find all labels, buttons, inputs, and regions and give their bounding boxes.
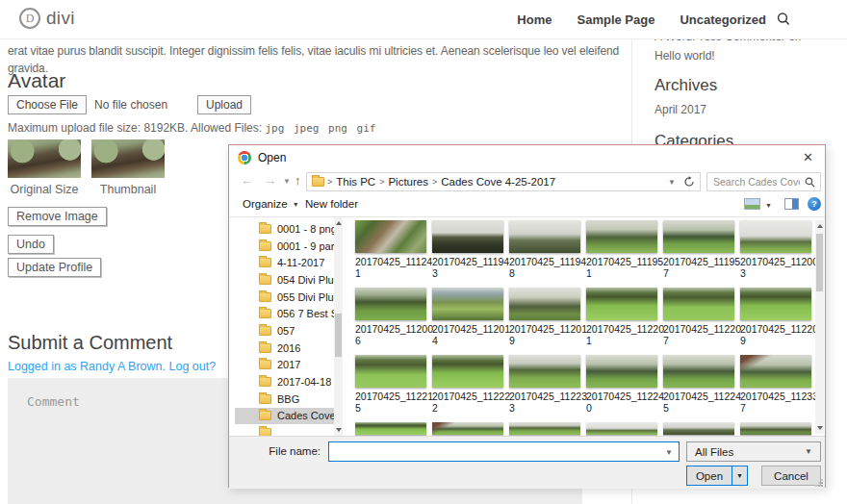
grid-scroll-up-icon[interactable]	[817, 224, 823, 228]
file-item[interactable]: 20170425_112240	[586, 355, 663, 411]
folder-item[interactable]: 057	[235, 322, 334, 340]
open-dialog: Open ✕ ← → ▼ ↑ >This PC>Pictures>Cades C…	[228, 144, 826, 488]
address-dropdown-chevron-icon[interactable]: ▼	[668, 178, 676, 187]
scroll-down-icon[interactable]	[336, 428, 342, 432]
file-item[interactable]: 20170425_112003	[740, 220, 817, 276]
refresh-icon[interactable]	[683, 176, 695, 188]
preview-pane-icon[interactable]	[784, 198, 799, 210]
update-profile-button[interactable]: Update Profile	[8, 258, 101, 277]
folder-label: 056 7 Best Scre	[277, 308, 334, 319]
user-profile-link[interactable]: Randy A Brown.	[80, 360, 166, 373]
tree-scrollbar[interactable]	[334, 217, 343, 436]
file-item[interactable]: 20170425_112019	[509, 288, 586, 343]
nav-link[interactable]: Uncategorized	[680, 13, 766, 27]
dialog-nav-bar: ← → ▼ ↑ >This PC>Pictures>Cades Cove 4-2…	[229, 170, 825, 193]
file-item[interactable]: 20170425_111957	[663, 220, 740, 276]
grid-scrollbar-thumb[interactable]	[816, 234, 823, 291]
folder-item[interactable]: Cades Cove 4-2	[235, 408, 334, 425]
file-item[interactable]: 20170425_112006	[355, 288, 432, 343]
breadcrumb-segment[interactable]: Cades Cove 4-25-2017	[438, 176, 558, 188]
breadcrumb-segment[interactable]: This PC	[333, 176, 378, 188]
file-item[interactable]: 20170425_112245	[663, 355, 740, 411]
archive-link-april-2017[interactable]: April 2017	[654, 103, 706, 116]
folder-item-partial[interactable]	[235, 424, 334, 436]
upload-button[interactable]: Upload	[197, 95, 251, 114]
scroll-up-icon[interactable]	[336, 221, 342, 225]
file-thumbnail-partial[interactable]	[740, 422, 811, 435]
folder-icon	[259, 360, 271, 369]
open-button-dropdown-icon[interactable]: ▼	[732, 466, 747, 485]
magnifier-icon[interactable]	[805, 177, 815, 188]
forward-arrow-icon[interactable]: →	[264, 173, 276, 188]
file-name-input[interactable]	[329, 442, 656, 461]
change-view-icon[interactable]	[744, 198, 760, 210]
choose-file-button[interactable]: Choose File	[8, 95, 87, 114]
site-logo[interactable]: D divi	[19, 8, 75, 29]
file-item[interactable]: 20170425_112207	[663, 288, 740, 343]
folder-item[interactable]: 0001 - 9 paralla	[235, 238, 334, 255]
file-item[interactable]: 20170425_111951	[586, 220, 663, 276]
file-name-chevron-icon[interactable]: ▼	[665, 448, 673, 457]
address-bar[interactable]: >This PC>Pictures>Cades Cove 4-25-2017 ▼	[306, 172, 701, 191]
file-thumbnail-partial[interactable]	[663, 422, 734, 435]
close-icon[interactable]: ✕	[803, 150, 813, 164]
folder-item[interactable]: 2017-04-18	[235, 373, 334, 391]
archives-heading: Archives	[654, 76, 717, 95]
tree-scrollbar-thumb[interactable]	[335, 314, 342, 357]
file-item[interactable]: 20170425_111241	[355, 220, 432, 276]
up-arrow-icon[interactable]: ↑	[295, 173, 301, 188]
folder-item[interactable]: BBG	[235, 391, 334, 408]
change-view-caret-icon[interactable]: ▼	[765, 202, 772, 209]
file-item[interactable]: 20170425_112209	[740, 288, 817, 343]
folder-item[interactable]: 0001 - 8 pngs	[235, 220, 334, 238]
file-thumbnail-partial[interactable]	[355, 422, 426, 435]
avatar-file-input: Choose File No file chosen	[8, 95, 167, 114]
nav-link[interactable]: Sample Page	[577, 13, 654, 27]
file-item[interactable]: 20170425_111943	[432, 220, 509, 276]
file-item[interactable]: 20170425_112014	[432, 288, 509, 343]
file-thumbnail	[355, 355, 426, 388]
undo-button[interactable]: Undo	[8, 235, 54, 254]
folder-item[interactable]: 054 Divi Plugin	[235, 271, 334, 289]
resize-grip[interactable]	[814, 478, 823, 487]
grid-scrollbar[interactable]	[815, 220, 824, 434]
folder-item[interactable]: 055 Divi Plugin	[235, 289, 334, 306]
dialog-search-input[interactable]	[707, 173, 800, 190]
search-icon[interactable]	[776, 12, 791, 27]
recent-comment-post-link[interactable]: Hello world!	[654, 49, 715, 63]
organize-button[interactable]: Organize▼	[243, 198, 299, 210]
avatar-original-image	[8, 139, 81, 178]
original-size-label: Original Size	[8, 183, 81, 196]
folder-item[interactable]: 2017	[235, 357, 334, 374]
recent-locations-chevron-icon[interactable]: ▼	[283, 177, 291, 186]
back-arrow-icon[interactable]: ←	[241, 173, 253, 188]
help-icon[interactable]: ?	[808, 197, 821, 211]
file-item[interactable]: 20170425_112233	[509, 355, 586, 411]
folder-item[interactable]: 056 7 Best Scre	[235, 305, 334, 322]
file-item[interactable]: 20170425_112215	[355, 355, 432, 411]
folder-item[interactable]: 4-11-2017	[235, 254, 334, 271]
file-thumbnail-partial[interactable]	[432, 422, 503, 435]
cancel-button[interactable]: Cancel	[761, 466, 821, 486]
remove-image-button[interactable]: Remove Image	[8, 207, 107, 226]
file-item[interactable]: 20170425_112222	[432, 355, 509, 411]
file-thumbnail-partial[interactable]	[509, 422, 580, 435]
folder-label: 4-11-2017	[277, 257, 324, 268]
file-item[interactable]: 20170425_112337	[740, 355, 817, 411]
open-button[interactable]: Open ▼	[686, 466, 748, 486]
new-folder-button[interactable]: New folder	[305, 198, 358, 210]
file-item[interactable]: 20170425_111948	[509, 220, 586, 276]
divi-logo-icon: D	[19, 8, 40, 29]
breadcrumb-segment[interactable]: Pictures	[385, 176, 431, 188]
file-thumbnail-partial[interactable]	[586, 422, 657, 435]
file-type-select[interactable]: All Files ▼	[686, 441, 821, 462]
folder-label: 0001 - 8 pngs	[277, 223, 334, 235]
grid-scroll-down-icon[interactable]	[817, 426, 823, 430]
search-field-container	[706, 172, 821, 191]
logout-link[interactable]: Log out?	[166, 360, 216, 373]
file-item[interactable]: 20170425_112201	[586, 288, 663, 343]
dialog-title-bar[interactable]: Open	[229, 145, 825, 170]
nav-link[interactable]: Home	[517, 13, 552, 27]
folder-label: 057	[277, 325, 295, 337]
folder-item[interactable]: 2016	[235, 340, 334, 357]
